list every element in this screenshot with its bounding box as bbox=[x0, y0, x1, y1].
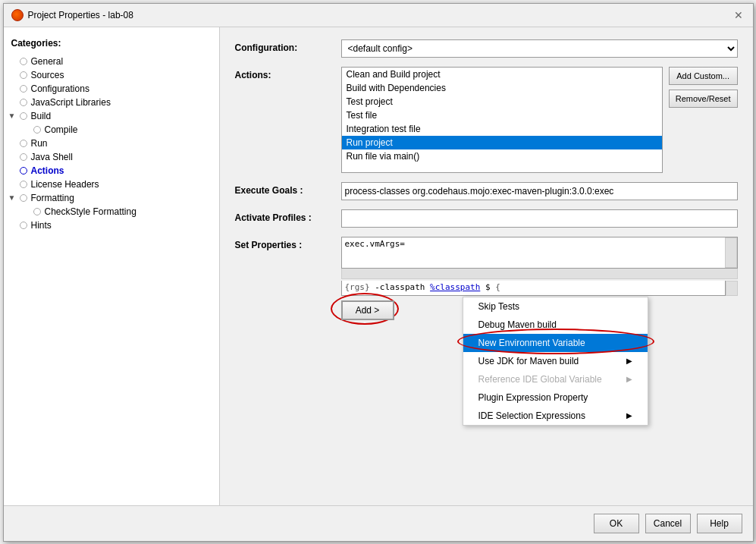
list-item[interactable]: Clean and Build project bbox=[342, 68, 662, 81]
sidebar-item-label: CheckStyle Formatting bbox=[43, 206, 136, 217]
configuration-row: Configuration: <default config> bbox=[235, 39, 738, 58]
activate-profiles-row: Activate Profiles : bbox=[235, 209, 738, 228]
sidebar-item-checkstyle[interactable]: CheckStyle Formatting bbox=[4, 205, 219, 219]
sidebar-item-general[interactable]: General bbox=[4, 55, 219, 68]
ctx-item-label: Use JDK for Maven build bbox=[478, 356, 579, 366]
categories-label: Categories: bbox=[4, 35, 219, 55]
set-props-preview-row: {rgs} -classpath %classpath $ { bbox=[235, 281, 738, 296]
cancel-button[interactable]: Cancel bbox=[645, 514, 691, 533]
set-properties-label: Set Properties : bbox=[235, 237, 341, 250]
actions-label: Actions: bbox=[235, 67, 341, 80]
sidebar-item-run[interactable]: Run bbox=[4, 137, 219, 150]
tree-dot-icon bbox=[20, 167, 27, 175]
sidebar-item-label: Configurations bbox=[30, 83, 89, 94]
set-properties-row: Set Properties : exec.vmArgs= bbox=[235, 237, 738, 279]
add-custom-button[interactable]: Add Custom... bbox=[669, 67, 738, 85]
sidebar-item-label: JavaScript Libraries bbox=[30, 97, 111, 108]
sidebar-item-java-shell[interactable]: Java Shell bbox=[4, 150, 219, 164]
sidebar-item-formatting[interactable]: ▼ Formatting bbox=[4, 191, 219, 205]
ctx-item-label: New Environment Variable bbox=[478, 338, 585, 348]
ctx-item-ref-global: Reference IDE Global Variable ▶ bbox=[463, 370, 648, 388]
ok-button[interactable]: OK bbox=[594, 514, 639, 533]
add-btn-container: Add > bbox=[341, 300, 394, 320]
ctx-item-label: Debug Maven build bbox=[478, 319, 557, 330]
ctx-item-use-jdk[interactable]: Use JDK for Maven build ▶ bbox=[463, 352, 648, 370]
tree-dot-icon bbox=[20, 194, 27, 202]
sidebar-item-label: Build bbox=[30, 111, 52, 121]
right-panel: Configuration: <default config> Actions:… bbox=[220, 27, 753, 505]
submenu-arrow-icon: ▶ bbox=[626, 375, 632, 383]
ctx-item-ide-select[interactable]: IDE Selection Expressions ▶ bbox=[463, 407, 648, 425]
execute-goals-input[interactable] bbox=[341, 182, 738, 200]
list-item[interactable]: Run file via main() bbox=[342, 149, 662, 163]
dialog-title: Project Properties - lab-08 bbox=[28, 10, 133, 20]
help-button[interactable]: Help bbox=[697, 514, 742, 533]
set-properties-scrollbar-h[interactable] bbox=[342, 269, 737, 278]
tree-dot-icon bbox=[20, 153, 27, 161]
ctx-item-label: Skip Tests bbox=[478, 301, 519, 312]
tree-dot-icon bbox=[33, 126, 41, 134]
list-item[interactable]: Build with Dependencies bbox=[342, 81, 662, 95]
submenu-arrow-icon: ▶ bbox=[626, 357, 632, 365]
add-button[interactable]: Add > bbox=[341, 300, 394, 320]
tree-dot-icon bbox=[20, 99, 27, 106]
set-props-preview: {rgs} -classpath %classpath $ { bbox=[341, 281, 726, 296]
sidebar-item-compile[interactable]: Compile bbox=[4, 123, 219, 137]
sidebar-item-build[interactable]: ▼ Build bbox=[4, 109, 219, 123]
tree-dot-icon bbox=[20, 181, 27, 188]
sidebar-item-label: Hints bbox=[30, 220, 52, 231]
activate-profiles-label: Activate Profiles : bbox=[235, 209, 341, 223]
sidebar-item-hints[interactable]: Hints bbox=[4, 219, 219, 232]
sidebar-item-label: Run bbox=[30, 138, 48, 149]
tree-dot-icon bbox=[20, 112, 27, 120]
close-button[interactable]: ✕ bbox=[732, 8, 745, 22]
app-icon bbox=[11, 9, 24, 21]
set-properties-scrollbar-v[interactable] bbox=[725, 237, 737, 268]
submenu-arrow-icon: ▶ bbox=[626, 411, 632, 420]
list-item[interactable]: Test project bbox=[342, 95, 662, 108]
ctx-item-plugin-expr[interactable]: Plugin Expression Property bbox=[463, 388, 648, 407]
ctx-item-label: IDE Selection Expressions bbox=[478, 410, 585, 421]
config-dropdown[interactable]: <default config> bbox=[341, 39, 738, 58]
actions-listbox[interactable]: Clean and Build project Build with Depen… bbox=[341, 67, 663, 173]
title-bar-left: Project Properties - lab-08 bbox=[11, 9, 133, 21]
execute-goals-label: Execute Goals : bbox=[235, 182, 341, 196]
sidebar-item-label: Compile bbox=[43, 124, 78, 135]
sidebar-item-label: Actions bbox=[30, 165, 64, 176]
config-dropdown-wrapper: <default config> bbox=[341, 39, 738, 58]
list-item[interactable]: Integration test file bbox=[342, 122, 662, 136]
tree-dot-icon bbox=[20, 222, 27, 229]
configuration-control: <default config> bbox=[341, 39, 738, 58]
sidebar-item-label: Java Shell bbox=[30, 152, 73, 162]
list-item[interactable]: Test file bbox=[342, 108, 662, 122]
ctx-item-new-env-var[interactable]: New Environment Variable bbox=[463, 334, 648, 352]
ctx-item-skip-tests[interactable]: Skip Tests bbox=[463, 297, 648, 316]
sidebar-item-configurations[interactable]: Configurations bbox=[4, 82, 219, 96]
sidebar-item-label: General bbox=[30, 56, 64, 67]
title-bar: Project Properties - lab-08 ✕ bbox=[4, 4, 753, 27]
sidebar-item-js-libraries[interactable]: JavaScript Libraries bbox=[4, 96, 219, 109]
actions-listbox-wrapper: Clean and Build project Build with Depen… bbox=[341, 67, 738, 173]
sidebar-item-sources[interactable]: Sources bbox=[4, 68, 219, 82]
set-properties-control: exec.vmArgs= bbox=[341, 237, 738, 279]
sidebar-item-actions[interactable]: Actions bbox=[4, 164, 219, 178]
expand-icon: ▼ bbox=[7, 111, 17, 121]
activate-profiles-input[interactable] bbox=[341, 209, 738, 228]
sidebar-item-license-headers[interactable]: License Headers bbox=[4, 178, 219, 191]
sidebar-item-label: Formatting bbox=[30, 193, 74, 203]
tree-dot-icon bbox=[33, 208, 41, 215]
list-item-selected[interactable]: Run project bbox=[342, 136, 662, 149]
sidebar-item-label: License Headers bbox=[30, 179, 99, 190]
ctx-item-new-env-wrapper: New Environment Variable bbox=[463, 334, 648, 352]
ctx-item-debug-maven[interactable]: Debug Maven build bbox=[463, 316, 648, 334]
tree-dot-icon bbox=[20, 140, 27, 147]
tree-dot-icon bbox=[20, 58, 27, 65]
remove-reset-button[interactable]: Remove/Reset bbox=[669, 90, 738, 108]
ctx-item-label: Reference IDE Global Variable bbox=[478, 374, 602, 385]
set-properties-textarea[interactable]: exec.vmArgs= bbox=[342, 237, 725, 268]
tree-dot-icon bbox=[20, 85, 27, 93]
categories-panel: Categories: General Sources Configuratio… bbox=[4, 27, 220, 505]
execute-goals-control bbox=[341, 182, 738, 200]
configuration-label: Configuration: bbox=[235, 39, 341, 53]
dialog-content: Categories: General Sources Configuratio… bbox=[4, 27, 753, 505]
